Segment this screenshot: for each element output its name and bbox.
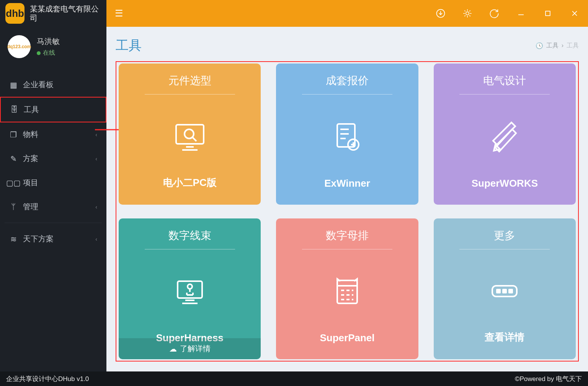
- grid-icon: ▢▢: [9, 178, 18, 187]
- card-title: 数字母排: [326, 228, 369, 243]
- settings-icon[interactable]: [454, 0, 481, 27]
- status-badge: 在线: [37, 49, 60, 57]
- divider: [459, 94, 550, 94]
- content: 工具 🕓 工具 › 工具 元件选型电小二PC版成套报价ExWinner电气设计S…: [106, 27, 588, 371]
- svg-point-8: [188, 284, 192, 289]
- sidebar-item-label: 天下方案: [23, 234, 54, 244]
- layers-icon: ≋: [9, 235, 18, 244]
- svg-rect-13: [508, 289, 513, 293]
- svg-rect-11: [496, 289, 501, 293]
- gauge-icon: 🕓: [536, 42, 543, 49]
- sidebar-item-plans[interactable]: ✎ 方案 ‹: [0, 147, 106, 171]
- nav-separator: [5, 223, 102, 223]
- divider: [459, 249, 550, 249]
- dashboard-icon: ▦: [9, 80, 18, 90]
- footer: 企业共享设计中心DHub v1.0 ©Powered by 电气天下: [0, 371, 588, 386]
- harness-icon: [171, 256, 209, 328]
- sidebar-item-label: 工具: [24, 104, 39, 115]
- breadcrumb-root[interactable]: 工具: [546, 42, 559, 50]
- sidebar-item-label: 方案: [23, 153, 38, 164]
- sidebar-item-tools[interactable]: 🗄 工具: [0, 97, 106, 122]
- divider: [302, 94, 392, 94]
- card-caption: ExWinner: [324, 178, 370, 189]
- chevron-left-icon: ‹: [95, 132, 97, 138]
- card-title: 元件选型: [168, 73, 211, 88]
- sidebar-item-world-plans[interactable]: ≋ 天下方案 ‹: [0, 227, 106, 251]
- svg-rect-5: [337, 124, 355, 147]
- close-icon[interactable]: [561, 0, 588, 27]
- hamburger-icon[interactable]: ☰: [106, 8, 132, 19]
- more-icon: [485, 256, 524, 326]
- sidebar-item-label: 企业看板: [23, 80, 54, 90]
- svg-rect-12: [502, 289, 507, 293]
- chevron-left-icon: ‹: [95, 236, 97, 242]
- card-caption: 电小二PC版: [163, 176, 217, 189]
- tool-card-1[interactable]: 成套报价ExWinner: [276, 64, 418, 205]
- minimize-icon[interactable]: [508, 0, 534, 27]
- tool-card-4[interactable]: 数字母排SuperPanel: [276, 218, 418, 360]
- avatar[interactable]: dq123.com: [8, 35, 31, 58]
- titlebar: dhb 某某成套电气有限公司 ☰: [0, 0, 588, 27]
- sidebar: dq123.com 马洪敏 在线 ▦ 企业看板 🗄 工具 ❐ 物料: [0, 27, 106, 371]
- panel-icon: [328, 256, 366, 328]
- breadcrumb: 🕓 工具 › 工具: [536, 42, 579, 50]
- chevron-left-icon: ‹: [95, 156, 97, 162]
- svg-rect-2: [546, 11, 550, 16]
- sidebar-item-label: 物料: [23, 129, 38, 140]
- divider: [302, 249, 392, 249]
- sidebar-item-admin[interactable]: ᛘ 管理 ‹: [0, 195, 106, 219]
- maximize-icon[interactable]: [534, 0, 561, 27]
- cloud-download-icon: ☁: [169, 344, 177, 353]
- divider: [145, 249, 235, 249]
- card-caption: SuperPanel: [320, 332, 374, 344]
- tool-card-0[interactable]: 元件选型电小二PC版: [119, 64, 261, 205]
- sidebar-item-dashboard[interactable]: ▦ 企业看板: [0, 73, 106, 97]
- edit-icon: ✎: [9, 154, 18, 163]
- divider: [145, 94, 235, 94]
- sidebar-item-label: 管理: [23, 202, 38, 212]
- chevron-left-icon: ‹: [95, 204, 97, 210]
- nav-primary: ▦ 企业看板 🗄 工具 ❐ 物料 ‹ ✎ 方案 ‹ ▢: [0, 73, 106, 251]
- footer-left: 企业共享设计中心DHub v1.0: [6, 375, 89, 383]
- card-title: 电气设计: [483, 73, 526, 88]
- svg-rect-3: [176, 125, 204, 144]
- brand: dhb 某某成套电气有限公司: [0, 0, 106, 27]
- svg-point-4: [185, 129, 194, 138]
- page-title: 工具: [116, 37, 142, 54]
- invoice-icon: [328, 101, 366, 173]
- details-button[interactable]: ☁了解详情: [119, 338, 261, 359]
- brand-logo: dhb: [5, 3, 24, 24]
- design-icon: [485, 101, 524, 173]
- card-title: 成套报价: [326, 73, 369, 88]
- sitemap-icon: ᛘ: [9, 202, 18, 211]
- svg-point-1: [466, 12, 469, 15]
- cube-icon: ❐: [9, 130, 18, 139]
- briefcase-icon: 🗄: [10, 105, 18, 114]
- tool-card-3[interactable]: 数字线束SuperHarness☁了解详情: [119, 218, 261, 360]
- cards-wrap: 元件选型电小二PC版成套报价ExWinner电气设计SuperWORKS数字线束…: [116, 61, 579, 362]
- sidebar-item-materials[interactable]: ❐ 物料 ‹: [0, 122, 106, 147]
- sidebar-item-label: 项目: [23, 178, 38, 188]
- footer-right: ©Powered by 电气天下: [515, 375, 582, 383]
- chevron-right-icon: ›: [562, 42, 564, 49]
- card-caption: 查看详情: [485, 331, 524, 344]
- sidebar-item-projects[interactable]: ▢▢ 项目: [0, 171, 106, 195]
- card-title: 数字线束: [168, 228, 211, 243]
- refresh-icon[interactable]: [481, 0, 508, 27]
- tool-card-2[interactable]: 电气设计SuperWORKS: [434, 64, 576, 205]
- user-name: 马洪敏: [37, 36, 60, 47]
- tool-card-5[interactable]: 更多查看详情: [434, 218, 576, 360]
- breadcrumb-leaf: 工具: [567, 42, 579, 50]
- download-icon[interactable]: [427, 0, 454, 27]
- brand-name: 某某成套电气有限公司: [30, 4, 101, 23]
- card-caption: SuperWORKS: [472, 178, 538, 189]
- monitor-search-icon: [171, 101, 209, 171]
- card-title: 更多: [494, 228, 515, 243]
- user-block: dq123.com 马洪敏 在线: [0, 27, 106, 69]
